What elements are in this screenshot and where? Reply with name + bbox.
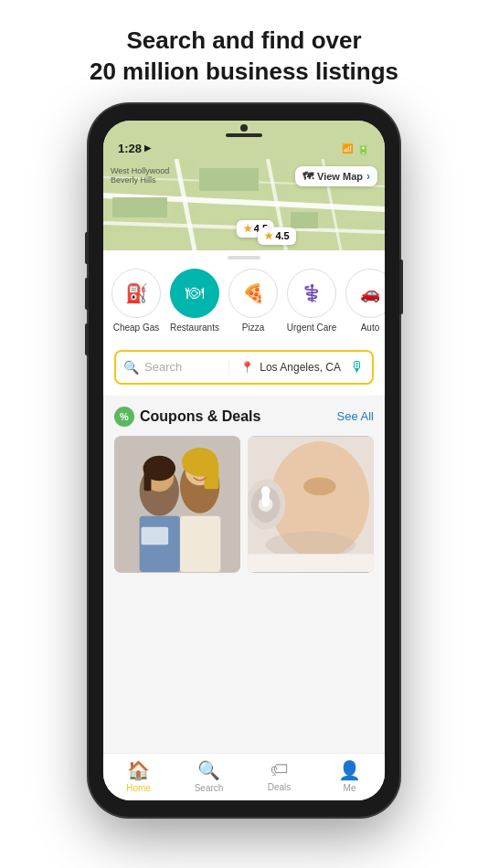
search-bar[interactable]: 🔍 Search 📍 Los Angeles, CA 🎙	[114, 350, 374, 385]
speaker-bar	[226, 133, 262, 137]
search-section: 🔍 Search 📍 Los Angeles, CA 🎙	[103, 343, 385, 396]
category-cheap-gas[interactable]: ⛽ Cheap Gas	[111, 269, 162, 333]
map-rating-badge-2: ★ 4.5	[258, 228, 295, 245]
home-icon: 🏠	[127, 759, 150, 781]
drag-indicator	[103, 250, 385, 263]
headline: Search and find over 20 million business…	[53, 0, 435, 104]
bottom-nav: 🏠 Home 🔍 Search 🏷 Deals 👤 Me	[103, 753, 385, 800]
wifi-icon: 📶	[342, 143, 353, 153]
svg-rect-7	[112, 197, 167, 217]
microphone-icon[interactable]: 🎙	[350, 359, 365, 376]
nav-search[interactable]: 🔍 Search	[174, 759, 244, 793]
search-input-area[interactable]: 🔍 Search	[123, 360, 229, 375]
category-restaurants[interactable]: 🍽 Restaurants	[169, 269, 220, 333]
coupons-title-group: % Coupons & Deals	[114, 407, 260, 427]
svg-rect-18	[205, 461, 219, 489]
nav-home[interactable]: 🏠 Home	[103, 759, 174, 793]
status-bar: 1:28 ▶ 📶 🔋	[103, 121, 385, 159]
svg-rect-14	[144, 468, 152, 491]
svg-rect-21	[142, 526, 169, 545]
location-arrow-icon: ▶	[144, 143, 151, 153]
drag-bar	[228, 256, 260, 259]
star-icon-2: ★	[264, 230, 273, 242]
coupons-section: % Coupons & Deals See All	[103, 396, 385, 578]
auto-icon-circle: 🚗	[345, 269, 385, 318]
gas-icon-circle: ⛽	[111, 269, 161, 318]
pizza-icon-circle: 🍕	[228, 269, 278, 318]
phone: 1:28 ▶ 📶 🔋	[89, 104, 399, 817]
nav-me[interactable]: 👤 Me	[314, 759, 385, 793]
coupon-image-2	[248, 436, 374, 573]
location-pin-icon: 📍	[240, 361, 254, 374]
coupon-card-2[interactable]	[248, 436, 374, 573]
svg-rect-29	[262, 491, 270, 507]
svg-rect-20	[180, 515, 220, 571]
battery-icon: 🔋	[356, 143, 370, 155]
coupon-image-1	[114, 436, 240, 573]
phone-screen: 1:28 ▶ 📶 🔋	[103, 121, 385, 800]
category-auto[interactable]: 🚗 Auto	[345, 269, 385, 333]
coupons-badge: %	[114, 407, 134, 427]
category-pizza[interactable]: 🍕 Pizza	[228, 269, 279, 333]
map-icon: 🗺	[302, 170, 313, 183]
coupons-header: % Coupons & Deals See All	[114, 407, 374, 427]
camera-area	[226, 121, 262, 137]
me-icon: 👤	[338, 759, 361, 781]
coupon-cards	[114, 436, 374, 573]
location-area[interactable]: 📍 Los Angeles, CA 🎙	[235, 359, 365, 376]
see-all-link[interactable]: See All	[337, 409, 374, 423]
restaurants-icon-circle: 🍽	[170, 269, 219, 318]
map-area[interactable]: West Hollywood Beverly Hills 🗺 View Map …	[103, 159, 385, 250]
search-nav-icon: 🔍	[197, 759, 220, 781]
categories-row: ⛽ Cheap Gas 🍽 Restaurants 🍕 Pizza ⚕️ Urg…	[103, 263, 385, 343]
category-urgent-care[interactable]: ⚕️ Urgent Care	[286, 269, 337, 333]
camera-dot	[240, 124, 248, 132]
star-icon: ★	[243, 223, 252, 235]
search-icon: 🔍	[123, 360, 139, 375]
status-icons: 📶 🔋	[342, 143, 370, 155]
svg-point-24	[303, 477, 335, 495]
view-map-button[interactable]: 🗺 View Map ›	[295, 166, 377, 186]
coupon-card-1[interactable]	[114, 436, 240, 573]
map-label-west-hollywood: West Hollywood Beverly Hills	[111, 166, 169, 185]
svg-rect-8	[199, 168, 259, 191]
status-time: 1:28 ▶	[118, 142, 151, 155]
svg-rect-31	[248, 554, 374, 572]
chevron-right-icon: ›	[366, 170, 370, 183]
nav-deals[interactable]: 🏷 Deals	[244, 759, 314, 793]
svg-rect-9	[291, 212, 318, 228]
urgent-care-icon-circle: ⚕️	[287, 269, 336, 318]
deals-icon: 🏷	[271, 759, 289, 780]
